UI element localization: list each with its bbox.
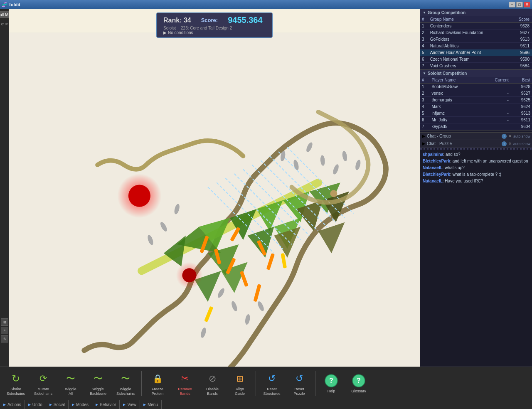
group-col-score: Score: [510, 16, 532, 23]
chat-text: Have you used IRC?: [445, 179, 483, 183]
toolbar-separator-2: [256, 371, 256, 396]
glossary-button[interactable]: ? Glossary: [346, 372, 371, 395]
soloist-row-name[interactable]: Mr_Jolty: [430, 117, 480, 123]
wiggle-backbone-icon: 〜: [91, 371, 106, 386]
shake-sidechains-button[interactable]: ↻ ShakeSidechains: [3, 370, 28, 398]
chat-group-header[interactable]: ▶ Chat - Group i ✕ auto show: [420, 133, 532, 140]
chat-puzzle-close-icon[interactable]: ✕: [508, 141, 512, 146]
group-row-name[interactable]: Void Crushers: [429, 63, 510, 69]
chat-group-info-icon[interactable]: i: [502, 134, 507, 139]
chat-message-2: BletchleyPark: and left me with an unans…: [423, 158, 530, 164]
freeze-protein-button[interactable]: 🔒 FreezeProtein: [145, 370, 170, 398]
sidebar-icon-1[interactable]: ⊞: [1, 318, 8, 326]
chat-group-label[interactable]: Chat - Group: [427, 134, 500, 138]
remove-bands-button[interactable]: ✂ RemoveBands: [172, 370, 197, 398]
wiggle-sidechains-button[interactable]: 〜 WiggleSidechains: [113, 370, 138, 398]
chat-messages[interactable]: shpalmina: and so?BletchleyPark: and lef…: [420, 150, 532, 384]
reset-structures-button[interactable]: ↺ ResetStructures: [259, 370, 284, 398]
soloist-row-4[interactable]: 4 Mark- - 9624: [420, 103, 532, 110]
soloist-row-current: -: [480, 117, 510, 123]
group-competition-header[interactable]: ▼ Group Competition: [420, 9, 532, 16]
group-row-7[interactable]: 7 Void Crushers 9584: [420, 63, 532, 69]
group-row-6[interactable]: 6 Czech National Team 9590: [420, 56, 532, 63]
chat-text: what's up?: [445, 165, 465, 170]
soloist-row-name[interactable]: BootsMcGraw: [430, 84, 480, 90]
align-guide-button[interactable]: ⊞ AlignGuide: [227, 370, 252, 398]
wiggle-backbone-label: WiggleBackbone: [90, 387, 106, 396]
group-row-name[interactable]: Richard Dawkins Foundation: [429, 30, 510, 36]
disable-bands-button[interactable]: ⊘ DisableBands: [200, 370, 225, 398]
status-modes[interactable]: ▶ Modes: [69, 400, 92, 409]
soloist-competition-header[interactable]: ▼ Soloist Competition: [420, 70, 532, 77]
group-row-3[interactable]: 3 GoFolders 9613: [420, 36, 532, 43]
chat-group-autoshow-label[interactable]: auto show: [513, 134, 530, 138]
group-row-name[interactable]: Natural Abilities: [429, 43, 510, 49]
chat-puzzle-autoshow-label[interactable]: auto show: [513, 142, 530, 146]
sidebar-icon-2[interactable]: ≡: [1, 327, 8, 334]
soloist-row-3[interactable]: 3 themarquis - 9625: [420, 97, 532, 103]
wiggle-backbone-button[interactable]: 〜 WiggleBackbone: [86, 370, 111, 398]
protein-viewport[interactable]: Rank: 34 Score: 9455.364 Soloist 223: Co…: [9, 9, 420, 409]
group-row-2[interactable]: 2 Richard Dawkins Foundation 9627: [420, 30, 532, 36]
group-row-4[interactable]: 4 Natural Abilities 9611: [420, 43, 532, 49]
reset-structures-label: ResetStructures: [263, 387, 280, 396]
mutate-sidechains-button[interactable]: ⟳ MutateSidechains: [31, 370, 56, 398]
group-row-5[interactable]: 5 Another Hour Another Point 9596: [420, 49, 532, 56]
status-behavior[interactable]: ▶ Behavior: [92, 400, 120, 409]
status-view[interactable]: ▶ View: [120, 400, 140, 409]
social-arrow: ▶: [49, 403, 52, 407]
soloist-row-best: 9627: [510, 90, 532, 97]
chat-puzzle-header[interactable]: ▶ Chat - Puzzle i ✕ auto show: [420, 140, 532, 148]
minimize-button[interactable]: –: [509, 2, 515, 7]
soloist-row-5[interactable]: 5 infjamc - 9613: [420, 110, 532, 117]
soloist-row-name[interactable]: infjamc: [430, 110, 480, 117]
status-menu[interactable]: ▶ Menu: [140, 400, 162, 409]
soloist-row-name[interactable]: Mark-: [430, 103, 480, 110]
status-actions[interactable]: ▶ Actions: [0, 400, 25, 409]
help-button[interactable]: ? Help: [319, 372, 344, 395]
soloist-row-num: 6: [420, 117, 430, 123]
soloist-row-best: 9611: [510, 117, 532, 123]
toolbar-separator-3: [315, 371, 315, 396]
chat-separator: [420, 148, 532, 150]
undo-arrow: ▶: [28, 403, 31, 407]
chat-group-close-icon[interactable]: ✕: [508, 134, 512, 138]
group-row-name[interactable]: Another Hour Another Point: [429, 49, 510, 56]
chat-sender: NatanaelL: [423, 179, 443, 183]
freeze-protein-icon: 🔒: [150, 371, 165, 386]
score-value: 9455.364: [228, 15, 262, 25]
soloist-row-num: 1: [420, 84, 430, 90]
soloist-row-num: 5: [420, 110, 430, 117]
soloist-row-name[interactable]: themarquis: [430, 97, 480, 103]
right-panel: ▼ Group Competition # Group Name Score 1…: [420, 9, 532, 409]
wiggle-sidechains-icon: 〜: [118, 371, 133, 386]
conditions-icon: ▶: [163, 30, 167, 35]
group-row-name[interactable]: GoFolders: [429, 36, 510, 43]
group-row-1[interactable]: 1 Contenders 9628: [420, 23, 532, 30]
soloist-row-name[interactable]: vertex: [430, 90, 480, 97]
group-row-score: 9584: [510, 63, 532, 69]
status-social[interactable]: ▶ Social: [46, 400, 69, 409]
chat-puzzle-info-icon[interactable]: i: [502, 141, 507, 146]
close-button[interactable]: ✕: [524, 2, 530, 7]
sidebar-icon-3[interactable]: ✎: [1, 335, 8, 342]
chat-puzzle-arrow: ▶: [422, 141, 425, 146]
status-undo[interactable]: ▶ Undo: [25, 400, 46, 409]
maximize-button[interactable]: □: [516, 2, 523, 7]
soloist-row-6[interactable]: 6 Mr_Jolty - 9611: [420, 117, 532, 123]
disable-bands-label: DisableBands: [206, 387, 219, 396]
conditions-label: No conditions: [168, 30, 193, 35]
group-row-name[interactable]: Contenders: [429, 23, 510, 30]
group-row-name[interactable]: Czech National Team: [429, 56, 510, 63]
soloist-row-2[interactable]: 2 vertex - 9627: [420, 90, 532, 97]
soloist-row-7[interactable]: 7 keypad5 - 9604: [420, 123, 532, 130]
wiggle-all-button[interactable]: 〜 WiggleAll: [58, 370, 83, 398]
behavior-label: Behavior: [100, 402, 116, 407]
chat-sender: NatanaelL: [423, 165, 443, 170]
soloist-row-name[interactable]: keypad5: [430, 123, 480, 130]
soloist-row-1[interactable]: 1 BootsMcGraw - 9628: [420, 84, 532, 90]
group-row-score: 9628: [510, 23, 532, 30]
reset-puzzle-button[interactable]: ↺ ResetPuzzle: [287, 370, 312, 398]
wiggle-all-icon: 〜: [63, 371, 78, 386]
chat-puzzle-label[interactable]: Chat - Puzzle: [427, 141, 500, 146]
